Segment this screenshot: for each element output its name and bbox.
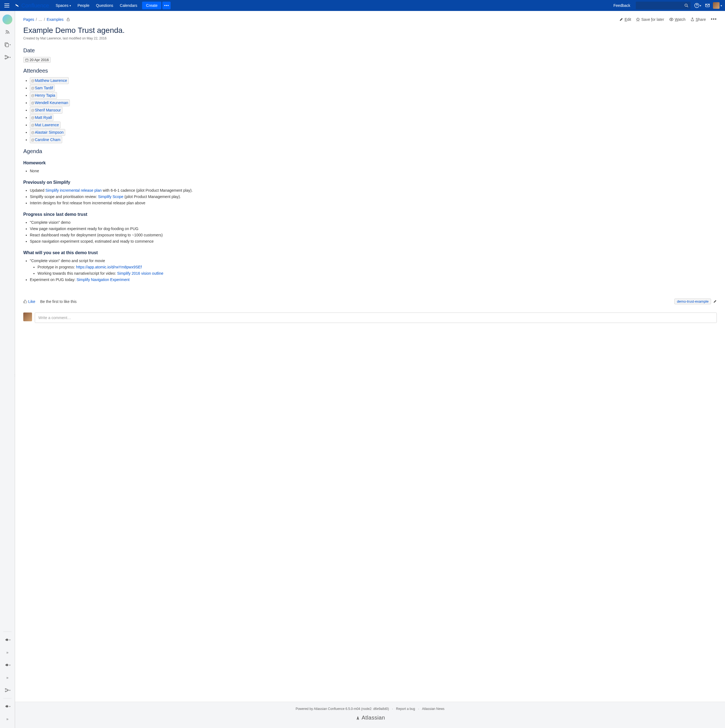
- user-mention[interactable]: @Wendell Keuneman: [30, 99, 70, 106]
- share-action[interactable]: Share: [690, 17, 706, 21]
- sidebar-resize-handle[interactable]: ⋮: [14, 370, 15, 381]
- link-release-plan[interactable]: Simplify incremental release plan: [46, 188, 102, 193]
- app-switcher-icon[interactable]: [3, 2, 11, 9]
- svg-rect-0: [5, 3, 9, 4]
- mention-link[interactable]: Sam Tardif: [35, 85, 53, 91]
- link-simplify-scope[interactable]: Simplify Scope: [98, 194, 124, 199]
- like-count-text: Be the first to like this: [40, 299, 77, 304]
- svg-point-15: [8, 57, 9, 58]
- chevron-down-icon: ▾: [9, 664, 11, 666]
- sidebar-tree-icon-2[interactable]: ▾: [2, 685, 12, 696]
- nav-spaces[interactable]: Spaces▾: [52, 0, 74, 11]
- mention-link[interactable]: Mat Lawrence: [35, 122, 59, 128]
- notifications-icon[interactable]: [702, 0, 713, 11]
- homework-list: None: [30, 168, 717, 174]
- footer-news[interactable]: Atlassian News: [422, 707, 444, 711]
- header-right: Feedback ▾ ▾: [610, 0, 722, 11]
- list-item: @Sam Tardif: [30, 85, 717, 92]
- sidebar-feed-icon[interactable]: [2, 27, 12, 37]
- divider: [3, 632, 12, 632]
- sidebar-pages-icon[interactable]: ▾: [2, 40, 12, 50]
- heading-agenda: Agenda: [23, 148, 717, 154]
- user-mention[interactable]: @Mat Lawrence: [30, 122, 61, 128]
- svg-line-7: [687, 6, 688, 7]
- watch-action[interactable]: Watch: [669, 17, 685, 21]
- list-item: Prototype in progress: https://app.atomi…: [38, 264, 717, 270]
- sidebar-expand-icon-1[interactable]: »: [2, 647, 12, 658]
- space-avatar[interactable]: [2, 14, 12, 24]
- sidebar-tree-icon[interactable]: ▾: [2, 52, 12, 63]
- link-nav-experiment[interactable]: Simplify Navigation Experiment: [76, 277, 130, 282]
- sidebar-settings-icon-2[interactable]: ▾: [2, 660, 12, 670]
- mention-link[interactable]: Matthew Lawrence: [35, 78, 67, 84]
- mention-link[interactable]: Matt Ryall: [35, 115, 52, 121]
- link-vision-outline[interactable]: Simplify 2016 vision outline: [117, 271, 163, 275]
- mention-link[interactable]: Wendell Keuneman: [35, 100, 68, 106]
- svg-point-13: [5, 55, 6, 57]
- page-label[interactable]: demo-trust-example: [675, 298, 711, 304]
- nav-questions[interactable]: Questions: [93, 0, 116, 11]
- edit-action[interactable]: Edit: [619, 17, 631, 21]
- create-button[interactable]: Create: [142, 2, 161, 9]
- sidebar-expand-icon-3[interactable]: »: [2, 714, 12, 724]
- modified-date[interactable]: May 22, 2016: [87, 37, 107, 40]
- mention-link[interactable]: Caroline Cham: [35, 137, 60, 143]
- avatar: [713, 2, 719, 9]
- user-menu[interactable]: ▾: [713, 0, 722, 11]
- search-input[interactable]: [636, 2, 690, 9]
- user-mention[interactable]: @Henry Tapia: [30, 92, 57, 99]
- comment-input[interactable]: Write a comment…: [35, 312, 717, 323]
- more-actions-icon[interactable]: •••: [711, 17, 717, 22]
- feedback-link[interactable]: Feedback: [610, 3, 633, 8]
- author-link[interactable]: Mat Lawrence: [40, 37, 61, 40]
- create-more-button[interactable]: [162, 2, 171, 9]
- pencil-icon: [619, 18, 623, 21]
- user-mention[interactable]: @Sherif Mansour: [30, 107, 63, 114]
- mention-link[interactable]: Alastair Simpson: [35, 130, 64, 135]
- breadcrumb-expand[interactable]: …: [39, 17, 43, 21]
- footer-confluence-link[interactable]: Atlassian Confluence: [314, 707, 345, 711]
- date-badge[interactable]: 20 Apr 2016: [23, 57, 50, 63]
- user-mention[interactable]: @Matt Ryall: [30, 114, 53, 121]
- footer-report-bug[interactable]: Report a bug: [396, 707, 415, 711]
- sidebar-expand-icon-2[interactable]: »: [2, 672, 12, 683]
- like-button[interactable]: Like: [23, 299, 35, 304]
- list-item: @Wendell Keuneman: [30, 99, 717, 106]
- thumb-up-icon: [23, 300, 27, 303]
- list-item: @Alastair Simpson: [30, 129, 717, 136]
- user-mention[interactable]: @Matthew Lawrence: [30, 77, 69, 84]
- product-name: Confluence: [21, 3, 49, 9]
- sidebar-settings-icon-3[interactable]: ▾: [2, 701, 12, 711]
- chevron-down-icon: ▾: [9, 639, 11, 641]
- nav-calendars[interactable]: Calendars: [117, 0, 141, 11]
- help-icon[interactable]: ▾: [693, 0, 702, 11]
- unlock-icon[interactable]: [66, 18, 70, 21]
- edit-labels-icon[interactable]: [713, 300, 717, 303]
- at-icon: @: [31, 137, 35, 143]
- atlassian-logo[interactable]: Atlassian: [15, 714, 725, 721]
- mention-link[interactable]: Sherif Mansour: [35, 107, 61, 113]
- user-mention[interactable]: @Alastair Simpson: [30, 129, 65, 136]
- list-item: @Matthew Lawrence: [30, 77, 717, 84]
- mention-link[interactable]: Henry Tapia: [35, 93, 55, 98]
- list-item: Experiment on PUG today: Simplify Naviga…: [30, 277, 717, 283]
- confluence-logo[interactable]: Confluence: [14, 3, 49, 9]
- link-prototype[interactable]: https://app.atomic.io/d/rwYm8pwx9SEf: [76, 265, 142, 269]
- user-mention[interactable]: @Sam Tardif: [30, 85, 55, 92]
- user-mention[interactable]: @Caroline Cham: [30, 136, 62, 143]
- svg-point-6: [685, 4, 687, 6]
- breadcrumb-pages[interactable]: Pages: [23, 17, 34, 21]
- page-actions: Edit Save for later Watch Share •••: [619, 17, 717, 22]
- nav-people[interactable]: People: [74, 0, 93, 11]
- sidebar: ▾ ▾ ⋮ ▾ » ▾ » ▾ ▾: [0, 11, 15, 728]
- sidebar-bottom: ▾ » ▾ » ▾ ▾ »: [2, 630, 12, 728]
- like-bar: Like Be the first to like this demo-trus…: [23, 296, 717, 306]
- svg-rect-12: [6, 44, 9, 47]
- chevron-down-icon: ▾: [720, 4, 722, 7]
- search-icon: [684, 3, 688, 8]
- save-for-later-action[interactable]: Save for later: [636, 17, 664, 21]
- sidebar-settings-icon[interactable]: ▾: [2, 635, 12, 645]
- breadcrumb-examples[interactable]: Examples: [47, 17, 63, 21]
- svg-point-16: [5, 688, 6, 690]
- current-user-avatar: [23, 312, 32, 321]
